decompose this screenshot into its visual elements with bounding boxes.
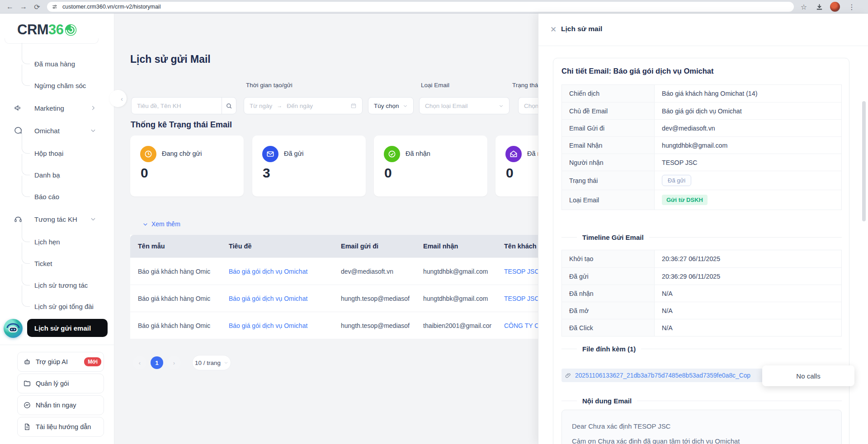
sidebar-item-bao-cao[interactable]: Báo cáo bbox=[0, 188, 114, 205]
sidebar-item-lich-hen[interactable]: Lịch hẹn bbox=[0, 234, 114, 250]
browser-reload-icon[interactable]: ⟳ bbox=[31, 0, 43, 14]
info-row: Loại Email Gửi từ DSKH bbox=[562, 190, 841, 210]
show-more-label: Xem thêm bbox=[151, 220, 180, 228]
timeline-label: Đã Click bbox=[562, 319, 655, 336]
table-row[interactable]: Báo giá khách hàng Omic Báo giá gói dịch… bbox=[130, 312, 561, 339]
cell-template: Báo giá khách hàng Omic bbox=[130, 322, 221, 329]
sidebar-item-ngung-cham-soc[interactable]: Ngừng chăm sóc bbox=[0, 77, 114, 93]
sidebar-group-tuong-tac-kh[interactable]: Tương tác KH bbox=[0, 211, 114, 227]
sidebar-item-da-mua-hang[interactable]: Đã mua hàng bbox=[0, 56, 114, 72]
logo-swirl-icon bbox=[64, 23, 77, 37]
show-more-link[interactable]: Xem thêm bbox=[142, 220, 180, 228]
browser-back-icon[interactable]: ← bbox=[4, 0, 16, 14]
timeline-row: Đã nhận N/A bbox=[562, 285, 841, 302]
sidebar-item-label: Lịch sử gửi email bbox=[34, 324, 91, 332]
info-row: Người nhận TESOP JSC bbox=[562, 154, 841, 171]
ai-help-robot-icon bbox=[23, 358, 31, 366]
col-header-tieu-de[interactable]: Tiêu đề bbox=[221, 243, 333, 250]
sidebar-item-hop-thoai[interactable]: Hộp thoại bbox=[0, 145, 114, 161]
search-button[interactable] bbox=[222, 98, 236, 114]
sidebar-item-lich-su-tuong-tac[interactable]: Lịch sử tương tác bbox=[0, 277, 114, 293]
cell-to: hungtdhbk@gmail.com bbox=[415, 268, 496, 275]
sidebar-item-lich-su-goi-tong-dai[interactable]: Lịch sử gọi tổng đài bbox=[0, 298, 114, 314]
timeline-value: N/A bbox=[655, 290, 673, 297]
search-input-group bbox=[131, 97, 236, 114]
attachments-section-title: File đính kèm (1) bbox=[582, 345, 636, 353]
date-to-placeholder[interactable]: Đến ngày bbox=[287, 103, 313, 109]
email-detail-title: Chi tiết Email: Báo giá gói dịch vụ Omic… bbox=[561, 67, 713, 75]
timeline-section-divider: Timeline Gửi Email bbox=[561, 234, 842, 241]
info-row: Chiến dịch Báo giá khách hàng Omichat (1… bbox=[562, 85, 841, 102]
cell-subject-link[interactable]: Báo giá gói dịch vụ Omichat bbox=[221, 268, 333, 275]
timeline-table: Khởi tạo 20:36:27 06/11/2025 Đã gửi 20:3… bbox=[561, 250, 842, 337]
email-detail-card: Chi tiết Email: Báo giá gói dịch vụ Omic… bbox=[553, 58, 849, 444]
timeline-row: Đã mở N/A bbox=[562, 302, 841, 319]
stat-label: Đã gửi bbox=[284, 150, 304, 157]
sidebar-card-nhan-tin-ngay[interactable]: Nhắn tin ngay bbox=[17, 395, 104, 415]
url-bar[interactable]: customer.crm360.vn/crm-v2/historymail bbox=[47, 2, 794, 12]
cell-template: Báo giá khách hàng Omic bbox=[130, 268, 221, 275]
table-row[interactable]: Báo giá khách hàng Omic Báo giá gói dịch… bbox=[130, 285, 561, 312]
close-icon[interactable]: ✕ bbox=[548, 24, 558, 34]
ai-assistant-avatar[interactable] bbox=[4, 319, 23, 338]
check-circle-icon bbox=[384, 146, 400, 162]
search-input[interactable] bbox=[132, 103, 222, 109]
sidebar-item-label: Ticket bbox=[34, 260, 52, 267]
pagination-prev-button[interactable]: ‹ bbox=[133, 356, 146, 369]
sidebar-group-marketing[interactable]: Marketing bbox=[0, 100, 114, 116]
sidebar-card-label: Quản lý gói bbox=[36, 380, 69, 387]
col-header-ten-mau[interactable]: Tên mẫu bbox=[130, 243, 221, 250]
timeline-row: Khởi tạo 20:36:27 06/11/2025 bbox=[562, 250, 841, 267]
sidebar-card-tai-lieu-huong-dan[interactable]: Tài liệu hướng dẫn bbox=[17, 417, 104, 437]
info-row: Email Nhận hungtdhbk@gmail.com bbox=[562, 136, 841, 154]
stat-card-received: Đã nhận 0 bbox=[374, 136, 487, 196]
sidebar-card-label: Trợ giúp AI bbox=[36, 358, 68, 365]
sidebar-card-label: Nhắn tin ngay bbox=[36, 402, 76, 409]
bookmark-star-icon[interactable]: ☆ bbox=[797, 0, 810, 14]
timeline-label: Đã gửi bbox=[562, 268, 655, 285]
browser-profile-avatar[interactable] bbox=[830, 2, 840, 12]
timeline-label: Khởi tạo bbox=[562, 250, 655, 267]
crm360-logo[interactable]: CRM36 bbox=[17, 22, 77, 38]
stat-label: Đang chờ gửi bbox=[162, 150, 202, 157]
sidebar-item-lich-su-gui-email-active[interactable]: Lịch sử gửi email bbox=[27, 319, 108, 337]
chevron-down-icon bbox=[90, 127, 96, 134]
cell-subject-link[interactable]: Báo giá gói dịch vụ Omichat bbox=[221, 322, 333, 329]
sidebar-item-danh-ba[interactable]: Danh bạ bbox=[0, 167, 114, 183]
drawer-scrollbar-thumb[interactable] bbox=[862, 101, 866, 221]
browser-forward-icon[interactable]: → bbox=[17, 0, 30, 14]
sidebar-item-label: Đã mua hàng bbox=[34, 60, 75, 68]
table-row[interactable]: Báo giá khách hàng Omic Báo giá gói dịch… bbox=[130, 257, 561, 285]
sidebar-card-quan-ly-goi[interactable]: Quản lý gói bbox=[17, 374, 104, 393]
pagination-page-1[interactable]: 1 bbox=[151, 356, 163, 369]
col-header-email-gui-di[interactable]: Email gửi đi bbox=[333, 243, 415, 250]
sidebar-card-tro-giup-ai[interactable]: Trợ giúp AI Mới bbox=[17, 352, 104, 372]
cell-subject-link[interactable]: Báo giá gói dịch vụ Omichat bbox=[221, 295, 333, 302]
timeline-label: Đã nhận bbox=[562, 285, 655, 302]
email-type-select[interactable]: Chọn loại Email bbox=[419, 97, 509, 114]
browser-menu-icon[interactable]: ⋮ bbox=[845, 0, 858, 14]
timeline-row: Đã Click N/A bbox=[562, 319, 841, 336]
col-header-email-nhan[interactable]: Email nhận bbox=[415, 243, 496, 250]
option-select[interactable]: Tùy chọn bbox=[368, 97, 414, 114]
page-size-select[interactable]: 10 / trang bbox=[192, 355, 231, 370]
info-row: Chủ đề Email Báo giá gói dịch vụ Omichat bbox=[562, 102, 841, 119]
timeline-value: N/A bbox=[655, 307, 673, 314]
page-title: Lịch sử gửi Mail bbox=[130, 53, 211, 65]
no-calls-popup: No calls bbox=[762, 365, 854, 386]
pagination-next-button[interactable]: › bbox=[167, 356, 181, 369]
site-settings-icon[interactable] bbox=[52, 4, 58, 10]
attachment-filename-link[interactable]: 20251106133627_21db3a7b75d7485e8b53ad735… bbox=[575, 372, 750, 379]
sidebar-item-ticket[interactable]: Ticket bbox=[0, 255, 114, 271]
chevron-down-icon bbox=[224, 360, 228, 365]
date-from-placeholder[interactable]: Từ ngày bbox=[250, 103, 272, 109]
sidebar-group-label: Tương tác KH bbox=[34, 215, 77, 223]
sidebar-collapse-handle[interactable]: ‹ bbox=[109, 90, 127, 107]
downloads-icon[interactable] bbox=[813, 0, 826, 14]
sidebar-group-omichat[interactable]: Omichat bbox=[0, 122, 114, 139]
sidebar-item-label: Hộp thoại bbox=[34, 150, 63, 157]
date-range-picker[interactable]: Từ ngày → Đến ngày bbox=[244, 97, 363, 114]
stat-label: Đã nhận bbox=[406, 150, 430, 157]
chevron-right-icon bbox=[90, 105, 96, 111]
chevron-down-icon bbox=[90, 216, 96, 222]
